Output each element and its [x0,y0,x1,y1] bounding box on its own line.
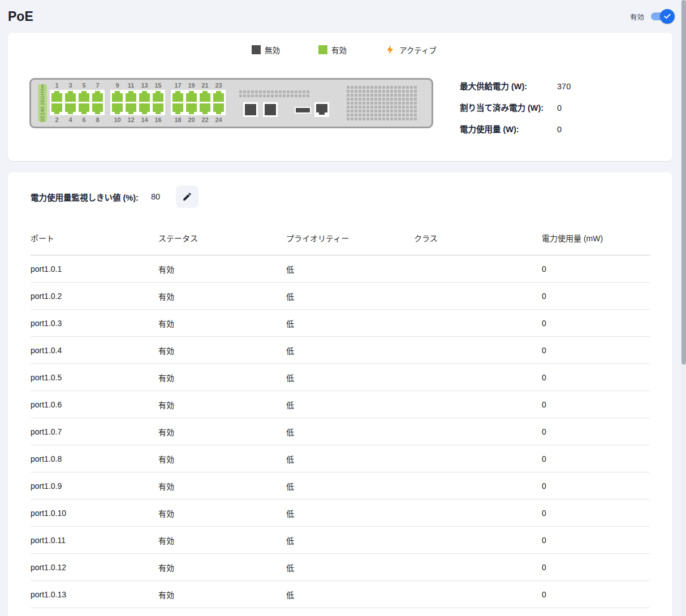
cell-port: port1.0.14 [31,608,158,616]
rj45-port-icon [79,103,89,114]
rj45-port-icon [92,103,103,114]
threshold-value: 80 [151,192,160,201]
rj45-port-icon [139,91,150,102]
cell-status: 有効 [158,554,286,581]
disabled-swatch-icon [252,45,261,54]
port-number: 5 [79,82,89,89]
table-header-row: ポートステータスプライオリティークラス電力使用量 (mW) [31,224,650,255]
cell-power: 0 [542,255,650,283]
pencil-icon [182,192,192,202]
rj45-port-icon [186,103,197,114]
cell-power: 0 [542,445,650,472]
poe-page: PoE 有効 無効 有効 [0,0,681,616]
toggle-switch[interactable] [651,12,672,21]
sfp-port-icon [263,102,278,117]
cell-port: port1.0.1 [31,255,158,283]
port-number: 16 [153,116,163,123]
lightning-bolt-icon [385,45,395,55]
cell-status: 有効 [158,472,286,500]
rj45-port-icon [51,91,62,102]
cell-status: 有効 [158,310,286,337]
page-title: PoE [8,9,33,24]
cell-class [414,608,542,616]
table-row: port1.0.10 有効 低 0 [31,500,650,527]
legend-disabled: 無効 [252,44,280,55]
port-number: 19 [186,82,197,89]
poe-enable-toggle[interactable]: 有効 [630,11,672,22]
port-number: 13 [139,82,150,89]
ports-panel [110,90,165,115]
port-number: 9 [112,82,123,89]
port-number: 17 [172,82,183,89]
cell-priority: 低 [286,337,414,364]
power-summary: 最大供給電力 (W): 370 割り当て済み電力 (W): 0 電力使用量 (W… [460,78,659,145]
rj45-port-icon [92,91,103,102]
cell-class [414,445,542,472]
rj45-port-icon [153,91,163,102]
cell-status: 有効 [158,527,286,554]
table-row: port1.0.7 有効 低 0 [31,418,650,445]
cell-priority: 低 [286,364,414,391]
cell-status: 有効 [158,418,286,445]
cell-port: port1.0.13 [31,581,158,608]
switch-front-panel: SE240-26GHXm 1357 2468 9111315 [29,78,433,128]
port-state-legend: 無効 有効 アクティブ [29,44,659,55]
cell-status: 有効 [158,581,286,608]
port-number: 8 [92,116,103,123]
table-row: port1.0.2 有効 低 0 [31,283,650,310]
column-header: クラス [414,224,542,255]
legend-active-label: アクティブ [399,44,437,55]
rj45-port-icon [112,103,123,114]
cell-port: port1.0.6 [31,391,158,418]
cell-power: 0 [542,364,650,391]
reset-slot-icon [295,107,311,114]
port-group-1: 1357 2468 [50,82,105,123]
vertical-scrollbar[interactable] [681,0,686,616]
scrollbar-thumb[interactable] [681,0,686,365]
cell-port: port1.0.9 [31,472,158,500]
cell-priority: 低 [286,554,414,581]
threshold-row: 電力使用量監視しきい値 (%): 80 [31,185,650,208]
column-header: プライオリティー [286,224,414,255]
ports-panel [171,90,226,115]
cell-port: port1.0.12 [31,554,158,581]
power-label: 電力使用量 (W): [460,124,557,136]
cell-status: 有効 [158,391,286,418]
port-number: 6 [79,116,89,123]
port-number: 11 [126,82,136,89]
power-summary-row: 割り当て済み電力 (W): 0 [460,102,659,114]
port-group-3: 17192123 18202224 [171,82,226,123]
cell-power: 0 [542,527,650,554]
cell-port: port1.0.4 [31,337,158,364]
column-header: ステータス [158,224,286,255]
ports-panel [50,90,105,115]
table-row: port1.0.9 有効 低 0 [31,472,650,500]
cell-class [414,255,542,283]
cell-priority: 低 [286,500,414,527]
threshold-label: 電力使用量監視しきい値 (%): [31,191,139,203]
edit-threshold-button[interactable] [176,185,199,208]
cell-class [414,581,542,608]
table-row: port1.0.3 有効 低 0 [31,310,650,337]
cell-status: 有効 [158,283,286,310]
cell-priority: 低 [286,418,414,445]
cell-power: 0 [542,472,650,500]
table-row: port1.0.6 有効 低 0 [31,391,650,418]
poe-port-table-card: 電力使用量監視しきい値 (%): 80 ポートステータスプライオリティークラス電… [8,172,672,616]
cell-port: port1.0.8 [31,445,158,472]
port-number: 7 [92,82,103,89]
cell-port: port1.0.11 [31,527,158,554]
cell-priority: 低 [286,608,414,616]
port-number: 15 [153,82,163,89]
poe-port-table: ポートステータスプライオリティークラス電力使用量 (mW) port1.0.1 … [31,224,650,616]
rj45-port-icon [126,103,136,114]
page-header: PoE 有効 [8,0,672,33]
port-number: 2 [51,116,62,123]
column-header: ポート [31,224,158,255]
table-row: port1.0.13 有効 低 0 [31,581,650,608]
cell-class [414,337,542,364]
power-summary-row: 最大供給電力 (W): 370 [460,81,659,93]
sfp-port-icon [243,102,258,117]
cell-priority: 低 [286,391,414,418]
port-number: 21 [200,82,210,89]
